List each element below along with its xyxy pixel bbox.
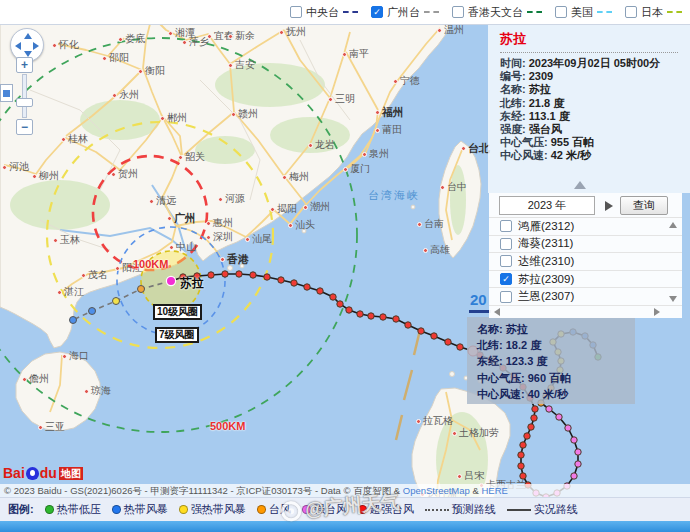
- track-point[interactable]: [524, 433, 530, 439]
- checkbox-unchecked[interactable]: [290, 6, 302, 18]
- city-dot: [84, 389, 89, 394]
- collapse-panel-icon[interactable]: [574, 181, 586, 189]
- track-point[interactable]: [575, 461, 581, 467]
- checkbox-checked[interactable]: ✓: [371, 6, 383, 18]
- track-point[interactable]: [337, 301, 343, 307]
- track-point[interactable]: [571, 437, 577, 443]
- track-point[interactable]: [380, 314, 386, 320]
- track-point[interactable]: [291, 280, 297, 286]
- track-point[interactable]: [575, 449, 581, 455]
- track-point[interactable]: [368, 313, 374, 319]
- track-point[interactable]: [532, 406, 538, 412]
- track-point[interactable]: [405, 322, 411, 328]
- city-label-柳州: 柳州: [32, 171, 59, 181]
- pan-up-icon[interactable]: [24, 33, 32, 39]
- track-point[interactable]: [518, 452, 524, 458]
- here-link[interactable]: HERE: [481, 485, 507, 496]
- track-point[interactable]: [278, 277, 284, 283]
- legend-dot: [112, 505, 121, 514]
- city-dot: [270, 207, 275, 212]
- query-button[interactable]: 查询: [620, 196, 668, 215]
- forecast-point[interactable]: [138, 286, 145, 293]
- track-point[interactable]: [208, 272, 214, 278]
- track-point[interactable]: [317, 288, 323, 294]
- typhoon-list-item[interactable]: ✓苏拉(2309): [489, 271, 682, 289]
- checkbox-unchecked[interactable]: [500, 238, 512, 250]
- checkbox-unchecked[interactable]: [625, 6, 637, 18]
- source-line-sample: [343, 11, 358, 13]
- checkbox-unchecked[interactable]: [500, 220, 512, 232]
- track-point[interactable]: [571, 473, 577, 479]
- pan-right-icon[interactable]: [33, 42, 39, 50]
- track-point[interactable]: [431, 333, 437, 339]
- track-point[interactable]: [222, 271, 228, 277]
- zoom-slider-track[interactable]: [22, 74, 27, 118]
- track-point[interactable]: [393, 316, 399, 322]
- checkbox-unchecked[interactable]: [555, 6, 567, 18]
- track-point[interactable]: [457, 344, 463, 350]
- city-label-拉瓦格: 拉瓦格: [416, 416, 453, 426]
- legend-actual: 实况路线: [507, 502, 578, 517]
- typhoon-detail-row: 北纬: 21.8 度: [500, 97, 690, 110]
- typhoon-list-item[interactable]: 海葵(2311): [489, 236, 682, 254]
- map-edge-widget[interactable]: [0, 84, 13, 102]
- scroll-up-icon[interactable]: [669, 222, 677, 228]
- legend-title: 图例:: [8, 502, 34, 517]
- legend-item: 热带风暴: [112, 502, 168, 517]
- track-point[interactable]: [445, 339, 451, 345]
- year-select[interactable]: 2023 年: [499, 196, 595, 215]
- city-label-湛江: 湛江: [57, 287, 84, 297]
- city-label-怀化: 怀化: [52, 40, 79, 50]
- track-point[interactable]: [264, 274, 270, 280]
- typhoon-detail-row: 东经: 113.1 度: [500, 110, 690, 123]
- tooltip-row: 中心风速: 40 米/秒: [477, 386, 635, 402]
- source-toggle-label: 香港天文台: [468, 5, 523, 20]
- tooltip-row: 北纬: 18.2 度: [477, 337, 635, 353]
- checkbox-checked[interactable]: ✓: [500, 273, 512, 285]
- scroll-left-icon[interactable]: [494, 308, 500, 316]
- track-point[interactable]: [346, 307, 352, 313]
- track-point[interactable]: [528, 424, 534, 430]
- city-label-香港: 香港: [220, 254, 249, 265]
- track-point[interactable]: [565, 425, 571, 431]
- city-label-新余: 新余: [228, 31, 255, 41]
- track-point[interactable]: [520, 442, 526, 448]
- forecast-point[interactable]: [89, 308, 96, 315]
- checkbox-unchecked[interactable]: [452, 6, 464, 18]
- typhoon-name: 兰恩(2307): [518, 289, 574, 304]
- city-label-汕尾: 汕尾: [245, 234, 272, 244]
- track-point[interactable]: [531, 415, 537, 421]
- current-position-marker[interactable]: [166, 276, 175, 285]
- zoom-slider-handle[interactable]: [16, 98, 33, 107]
- checkbox-unchecked[interactable]: [500, 291, 512, 303]
- scroll-down-icon[interactable]: [669, 296, 677, 302]
- year-dropdown-icon[interactable]: [605, 201, 613, 211]
- checkbox-unchecked[interactable]: [500, 255, 512, 267]
- track-point[interactable]: [546, 406, 552, 412]
- typhoon-list-item[interactable]: 达维(2310): [489, 253, 682, 271]
- track-point[interactable]: [357, 311, 363, 317]
- typhoon-list-item[interactable]: 鸿雁(2312): [489, 218, 682, 236]
- track-point[interactable]: [556, 414, 562, 420]
- typhoon-list-item[interactable]: 兰恩(2307): [489, 288, 682, 306]
- city-dot: [138, 69, 143, 74]
- pan-left-icon[interactable]: [15, 42, 21, 50]
- horizontal-scrollbar[interactable]: [489, 306, 682, 317]
- track-point[interactable]: [304, 284, 310, 290]
- track-point[interactable]: [236, 271, 242, 277]
- source-toggle-中央台: 中央台: [290, 5, 358, 20]
- track-point[interactable]: [518, 463, 524, 469]
- forecast-point[interactable]: [113, 298, 120, 305]
- forecast-point[interactable]: [70, 317, 77, 324]
- typhoon-name: 海葵(2311): [518, 236, 573, 251]
- track-point[interactable]: [418, 328, 424, 334]
- typhoon-detail-row: 时间: 2023年09月02日 05时00分: [500, 57, 690, 70]
- zoom-out-button[interactable]: −: [16, 119, 33, 135]
- zoom-in-button[interactable]: +: [16, 57, 33, 73]
- osm-link[interactable]: OpenStreetMap: [403, 485, 470, 496]
- track-point[interactable]: [330, 294, 336, 300]
- city-dot: [461, 146, 466, 151]
- track-point[interactable]: [250, 272, 256, 278]
- scroll-right-icon[interactable]: [654, 308, 660, 316]
- city-dot: [393, 79, 398, 84]
